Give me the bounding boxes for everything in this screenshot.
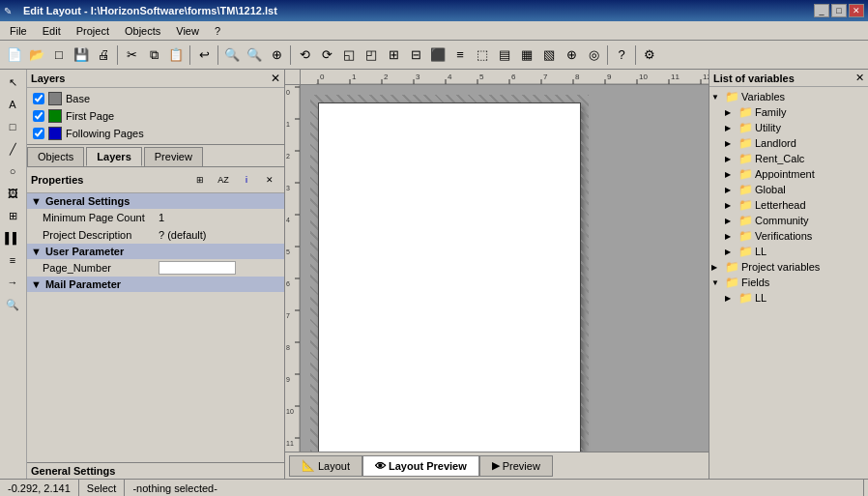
line-tool[interactable]: ╱ [2,138,23,160]
tree-item-2[interactable]: ▶ 📁 Utility [711,120,866,135]
svg-text:10: 10 [286,408,294,415]
prop-az-btn[interactable]: AZ [213,169,234,190]
text-tool[interactable]: A [2,94,23,115]
menu-help[interactable]: ? [207,23,228,39]
tree-item-8[interactable]: ▶ 📁 Community [711,213,866,228]
tb-btn4[interactable]: ◰ [361,44,382,66]
tb-btn15[interactable]: ? [611,44,632,66]
new-button[interactable]: 📄 [4,44,25,66]
zoom-tool[interactable]: 🔍 [2,294,23,315]
section-user-param[interactable]: ▼ User Parameter [27,244,284,259]
tb-btn11[interactable]: ▦ [516,44,537,66]
tree-item-11[interactable]: ▶ 📁 Project variables [711,259,866,275]
tb-btn2[interactable]: ⟳ [316,44,337,66]
layer-item-0[interactable]: Base [29,90,282,107]
tab-objects[interactable]: Objects [27,147,84,166]
prop-close-btn[interactable]: ✕ [259,169,280,190]
prop-sort-btn[interactable]: ⊞ [189,169,211,190]
tree-item-6[interactable]: ▶ 📁 Global [711,182,866,197]
left-side: ↖ A □ ╱ ○ 🖼 ⊞ ▌▌ ≡ → 🔍 Layers ✕ [0,70,285,479]
table-tool[interactable]: ⊞ [2,205,23,226]
properties-header: Properties ⊞ AZ i ✕ [27,167,284,193]
tree-item-12[interactable]: ▼ 📁 Fields [711,275,866,290]
undo-button[interactable]: ↩ [193,44,215,66]
arrow-tool[interactable]: → [2,272,23,293]
tree-folder-icon-6: 📁 [738,183,753,196]
maximize-button[interactable]: □ [831,4,847,17]
menu-project[interactable]: Project [69,23,117,39]
layers-title: Layers [31,73,65,84]
minimize-button[interactable]: _ [814,4,829,17]
menu-file[interactable]: File [2,23,35,39]
close-button[interactable]: ✕ [849,4,864,17]
ruler-corner [285,70,301,85]
vars-close-btn[interactable]: ✕ [855,72,864,84]
save-button[interactable]: 💾 [71,44,92,66]
layer-item-2[interactable]: Following Pages [29,125,282,142]
tree-item-5[interactable]: ▶ 📁 Appointment [711,166,866,182]
field-tool[interactable]: ≡ [2,249,23,271]
tab-layers[interactable]: Layers [86,147,141,166]
barcode-tool[interactable]: ▌▌ [2,227,23,248]
canvas-tab-layout-preview-label: Layout Preview [389,460,467,472]
tb-btn9[interactable]: ⬚ [472,44,493,66]
tb-btn8[interactable]: ≡ [449,44,471,66]
layers-close-btn[interactable]: ✕ [271,72,280,85]
tree-item-10[interactable]: ▶ 📁 LL [711,244,866,259]
canvas-tab-layout-preview[interactable]: 👁 Layout Preview [362,455,479,477]
tb-btn14[interactable]: ◎ [583,44,604,66]
select-tool[interactable]: ↖ [2,72,23,93]
tree-expand-10: ▶ [725,248,737,256]
section-mail-param[interactable]: ▼ Mail Parameter [27,277,284,292]
canvas-body[interactable] [301,85,709,452]
tree-folder-icon-4: 📁 [738,152,753,165]
tb-btn7[interactable]: ⬛ [427,44,448,66]
menu-view[interactable]: View [168,23,207,39]
tree-expand-0: ▼ [711,93,723,102]
tb-btn10[interactable]: ▤ [494,44,515,66]
tree-item-3[interactable]: ▶ 📁 Landlord [711,135,866,151]
tree-folder-icon-9: 📁 [738,229,753,243]
layer-check-1[interactable] [33,110,44,122]
tree-item-7[interactable]: ▶ 📁 Letterhead [711,197,866,213]
tree-item-1[interactable]: ▶ 📁 Family [711,104,866,120]
status-mode-text: Select [87,482,117,494]
tree-item-13[interactable]: ▶ 📁 LL [711,290,866,306]
print-button[interactable]: 🖨 [93,44,114,66]
canvas-page-top [318,102,581,452]
copy-button[interactable]: ⧉ [143,44,164,66]
main-area: ↖ A □ ╱ ○ 🖼 ⊞ ▌▌ ≡ → 🔍 Layers ✕ [0,70,868,479]
tree-item-4[interactable]: ▶ 📁 Rent_Calc [711,151,866,166]
image-tool[interactable]: 🖼 [2,183,23,204]
rect-tool[interactable]: □ [2,116,23,137]
circle-tool[interactable]: ○ [2,160,23,182]
zoom-in-btn[interactable]: 🔍 [221,44,243,66]
layer-check-2[interactable] [33,128,44,139]
tree-item-0[interactable]: ▼ 📁 Variables [711,89,866,104]
canvas-tab-preview[interactable]: ▶ Preview [479,455,553,477]
tb-btn12[interactable]: ▧ [538,44,560,66]
tb-btn5[interactable]: ⊞ [383,44,404,66]
paste-button[interactable]: 📋 [165,44,187,66]
layer-item-1[interactable]: First Page [29,107,282,125]
prop-info-btn[interactable]: i [236,169,257,190]
canvas-tab-preview-label: Preview [503,460,540,472]
open-button[interactable]: 📂 [26,44,47,66]
tb-btn3[interactable]: ◱ [338,44,360,66]
blank-btn[interactable]: □ [48,44,70,66]
tb-btn13[interactable]: ⊕ [561,44,582,66]
tab-preview[interactable]: Preview [144,147,203,166]
menu-edit[interactable]: Edit [35,23,69,39]
tree-item-9[interactable]: ▶ 📁 Verifications [711,228,866,244]
prop-input-pagenumber[interactable] [159,261,236,275]
menu-objects[interactable]: Objects [117,23,168,39]
layer-check-0[interactable] [33,93,44,104]
tb-btn6[interactable]: ⊟ [405,44,426,66]
zoom-select-btn[interactable]: ⊕ [266,44,287,66]
section-general-settings[interactable]: ▼ General Settings [27,193,284,209]
tb-btn1[interactable]: ⟲ [294,44,315,66]
canvas-tab-layout[interactable]: 📐 Layout [289,455,362,477]
cut-button[interactable]: ✂ [121,44,142,66]
zoom-out-btn[interactable]: 🔍 [244,44,265,66]
tb-btn16[interactable]: ⚙ [639,44,660,66]
